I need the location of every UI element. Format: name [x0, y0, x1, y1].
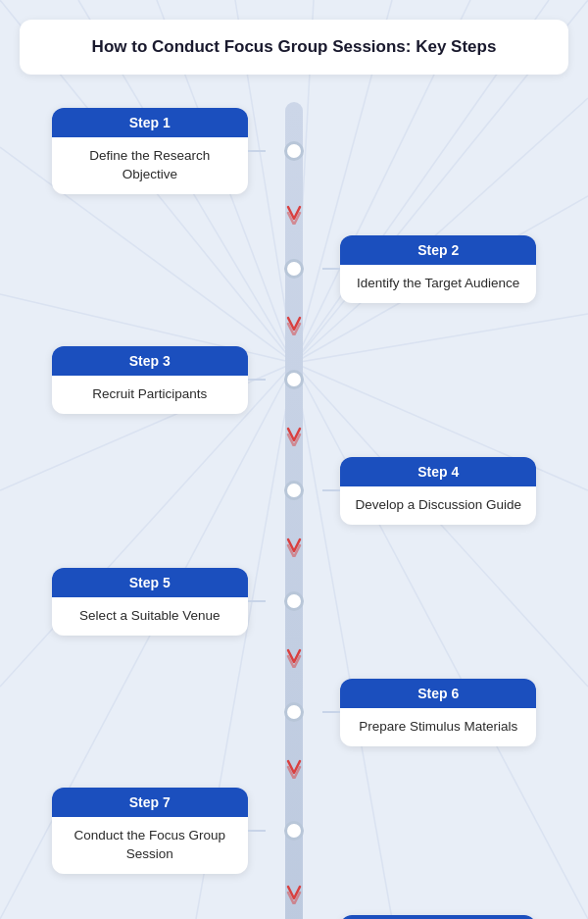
- arrow-connector-0: [20, 200, 568, 228]
- step-card-step4: Step 4 Develop a Discussion Guide: [340, 457, 536, 525]
- arrow-connector-2: [20, 422, 568, 449]
- step-body-step1: Define the Research Objective: [52, 137, 248, 194]
- step-header-step6: Step 6: [340, 679, 536, 708]
- step-body-step2: Identify the Target Audience: [340, 265, 536, 303]
- arrow-connector-1: [20, 311, 568, 338]
- arrow-connector-5: [20, 754, 568, 782]
- steps-container: Step 1 Define the Research Objective Ste…: [20, 102, 568, 919]
- step-header-step8: Step 8: [340, 915, 536, 919]
- step-body-step7: Conduct the Focus Group Session: [52, 817, 248, 874]
- page-title: How to Conduct Focus Group Sessions: Key…: [20, 20, 568, 75]
- step-card-step5: Step 5 Select a Suitable Venue: [52, 568, 248, 636]
- title-text: How to Conduct Focus Group Sessions: Key…: [92, 37, 497, 56]
- step-header-step3: Step 3: [52, 346, 248, 376]
- main-container: How to Conduct Focus Group Sessions: Key…: [0, 0, 588, 919]
- step-card-step7: Step 7 Conduct the Focus Group Session: [52, 788, 248, 874]
- step-header-step2: Step 2: [340, 235, 536, 265]
- arrow-connector-4: [20, 643, 568, 671]
- step-body-step6: Prepare Stimulus Materials: [340, 708, 536, 746]
- arrow-connector-3: [20, 533, 568, 560]
- step-header-step7: Step 7: [52, 788, 248, 817]
- arrow-connector-6: [20, 880, 568, 907]
- step-body-step4: Develop a Discussion Guide: [340, 486, 536, 525]
- step-card-step2: Step 2 Identify the Target Audience: [340, 235, 536, 303]
- step-header-step5: Step 5: [52, 568, 248, 597]
- step-card-step1: Step 1 Define the Research Objective: [52, 108, 248, 194]
- step-body-step5: Select a Suitable Venue: [52, 597, 248, 636]
- step-header-step1: Step 1: [52, 108, 248, 137]
- step-card-step8: Step 8 Record the Session: [340, 915, 536, 919]
- step-header-step4: Step 4: [340, 457, 536, 486]
- step-card-step6: Step 6 Prepare Stimulus Materials: [340, 679, 536, 746]
- step-card-step3: Step 3 Recruit Participants: [52, 346, 248, 414]
- step-body-step3: Recruit Participants: [52, 376, 248, 414]
